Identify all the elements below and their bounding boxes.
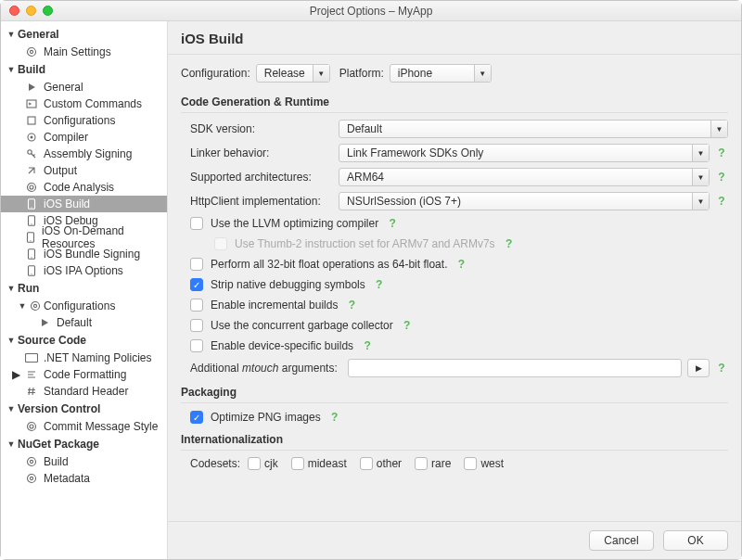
- codeset-other-checkbox[interactable]: [360, 457, 373, 470]
- sidebar-item[interactable]: Default: [1, 314, 167, 331]
- help-icon[interactable]: ?: [715, 195, 728, 208]
- sidebar-item[interactable]: Build: [1, 453, 167, 470]
- sidebar-item[interactable]: General: [1, 79, 167, 95]
- gear-icon: [25, 472, 38, 485]
- codeset-mideast-checkbox[interactable]: [291, 457, 304, 470]
- sidebar-item-label: Output: [44, 164, 77, 177]
- help-icon[interactable]: ?: [328, 411, 341, 424]
- sidebar-item[interactable]: Code Analysis: [1, 179, 167, 196]
- device-checkbox[interactable]: [190, 339, 203, 352]
- sidebar-group[interactable]: ▼Version Control: [1, 400, 167, 418]
- help-icon[interactable]: ?: [373, 278, 386, 291]
- svg-point-10: [31, 207, 32, 208]
- help-icon[interactable]: ?: [345, 299, 358, 312]
- svg-point-22: [28, 423, 36, 431]
- png-checkbox[interactable]: ✓: [190, 411, 203, 424]
- sidebar-item[interactable]: Main Settings: [1, 44, 167, 60]
- sidebar-item[interactable]: Commit Message Style: [1, 418, 167, 435]
- sidebar-item[interactable]: Standard Header: [1, 383, 167, 400]
- float32-checkbox[interactable]: [190, 258, 203, 271]
- box-icon: [25, 114, 38, 127]
- platform-label: Platform:: [339, 67, 384, 80]
- arch-select[interactable]: ARM64▼: [339, 168, 710, 186]
- section-intl-header: Internationalization: [181, 433, 728, 451]
- mtouch-run-button[interactable]: ▶: [687, 359, 710, 377]
- sidebar-item-label: Code Formatting: [44, 368, 126, 381]
- ok-button[interactable]: OK: [663, 530, 728, 551]
- help-icon[interactable]: ?: [503, 237, 516, 250]
- help-icon[interactable]: ?: [715, 362, 728, 375]
- target-icon: [25, 420, 38, 433]
- sidebar-item-label: Assembly Signing: [44, 147, 132, 160]
- content-scroll[interactable]: Configuration: Release ▼ Platform: iPhon…: [168, 55, 741, 521]
- cancel-button[interactable]: Cancel: [589, 530, 654, 551]
- mtouch-input[interactable]: [348, 359, 682, 377]
- sidebar-item[interactable]: iOS On-Demand Resources: [1, 229, 167, 246]
- sidebar-group[interactable]: ▼NuGet Package: [1, 435, 167, 453]
- sidebar-item[interactable]: .NET Naming Policies: [1, 350, 167, 366]
- sidebar-item[interactable]: Assembly Signing: [1, 146, 167, 162]
- platform-value: iPhone: [390, 67, 474, 80]
- sidebar-item[interactable]: iOS IPA Options: [1, 262, 167, 279]
- sidebar-group[interactable]: ▼Run: [1, 279, 167, 298]
- phone-icon: [25, 231, 36, 244]
- codesets-row: Codesets: cjk mideast other rare west: [181, 454, 728, 477]
- sidebar-item[interactable]: Configurations: [1, 112, 167, 129]
- sdk-label: SDK version:: [181, 122, 329, 135]
- sidebar-group-label: NuGet Package: [18, 438, 99, 451]
- codeset-west-checkbox[interactable]: [464, 457, 477, 470]
- sidebar-group[interactable]: ▼Build: [1, 60, 167, 79]
- sidebar-item[interactable]: Metadata: [1, 470, 167, 487]
- codesets-label: Codesets:: [190, 457, 240, 470]
- sidebar-item[interactable]: Output: [1, 162, 167, 179]
- configuration-label: Configuration:: [181, 67, 250, 80]
- window: Project Options – MyApp ▼GeneralMain Set…: [0, 0, 742, 560]
- help-icon[interactable]: ?: [715, 146, 728, 159]
- sidebar-item[interactable]: Compiler: [1, 129, 167, 146]
- codeset-cjk-checkbox[interactable]: [248, 457, 261, 470]
- sidebar-group-label: Build: [18, 63, 45, 76]
- help-icon[interactable]: ?: [401, 319, 414, 332]
- caret-icon: ▼: [18, 301, 27, 311]
- sidebar-item[interactable]: ▶Code Formatting: [1, 366, 167, 383]
- configuration-select[interactable]: Release ▼: [256, 64, 330, 83]
- sidebar-subgroup[interactable]: ▼Configurations: [1, 298, 167, 314]
- sdk-select[interactable]: Default▼: [339, 120, 728, 138]
- phone-icon: [25, 264, 38, 277]
- sidebar-group[interactable]: ▼General: [1, 25, 167, 44]
- sidebar-group[interactable]: ▼Source Code: [1, 331, 167, 350]
- chevron-down-icon: ▼: [313, 65, 329, 82]
- llvm-checkbox[interactable]: [190, 217, 203, 230]
- gc-checkbox[interactable]: [190, 319, 203, 332]
- sdk-value: Default: [339, 122, 710, 135]
- sidebar-item[interactable]: iOS Build: [1, 196, 167, 212]
- sidebar-item-label: iOS Bundle Signing: [44, 248, 140, 261]
- llvm-label: Use the LLVM optimizing compiler: [211, 217, 378, 230]
- device-row: Enable device-specific builds ?: [181, 336, 728, 356]
- caret-icon: ▼: [6, 404, 16, 414]
- codeset-rare-label: rare: [431, 457, 451, 470]
- codeset-rare-checkbox[interactable]: [415, 457, 428, 470]
- sidebar-item[interactable]: Custom Commands: [1, 95, 167, 112]
- strip-checkbox[interactable]: ✓: [190, 278, 203, 291]
- incremental-checkbox[interactable]: [190, 299, 203, 312]
- http-select[interactable]: NSUrlSession (iOS 7+)▼: [339, 192, 710, 210]
- sidebar-item-label: iOS On-Demand Resources: [42, 224, 161, 250]
- help-icon[interactable]: ?: [386, 217, 399, 230]
- sidebar-item-label: Main Settings: [44, 45, 111, 58]
- platform-select[interactable]: iPhone ▼: [390, 64, 492, 83]
- incremental-label: Enable incremental builds: [211, 299, 338, 312]
- svg-point-1: [30, 50, 32, 53]
- sidebar-item-label: Code Analysis: [44, 181, 114, 194]
- help-icon[interactable]: ?: [454, 258, 467, 271]
- sidebar-item-label: Custom Commands: [44, 97, 142, 110]
- gc-label: Use the concurrent garbage collector: [211, 319, 393, 332]
- linker-select[interactable]: Link Framework SDKs Only▼: [339, 144, 710, 162]
- sidebar-group-label: Version Control: [18, 402, 100, 415]
- help-icon[interactable]: ?: [715, 171, 728, 184]
- gear-icon: [25, 455, 38, 468]
- main-panel: iOS Build Configuration: Release ▼ Platf…: [168, 21, 741, 559]
- help-icon[interactable]: ?: [361, 339, 374, 352]
- svg-point-14: [30, 240, 31, 241]
- caret-icon: ▼: [6, 284, 16, 293]
